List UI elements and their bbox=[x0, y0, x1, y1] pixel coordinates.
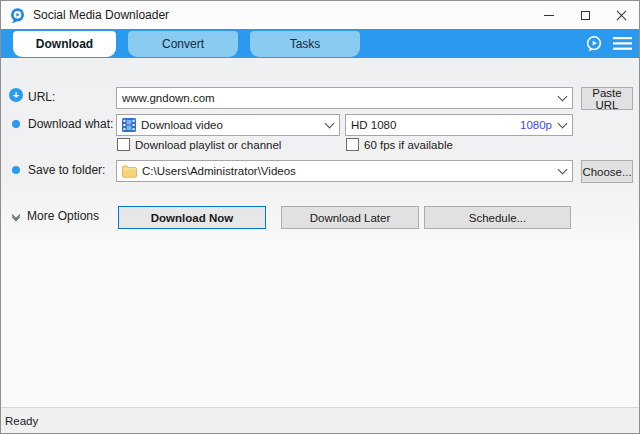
quality-dropdown[interactable]: HD 1080 1080p bbox=[345, 114, 573, 136]
url-label: URL: bbox=[28, 90, 55, 104]
tabbar-icons bbox=[584, 29, 632, 58]
save-folder-label: Save to folder: bbox=[28, 163, 105, 177]
url-input[interactable] bbox=[122, 92, 554, 104]
schedule-button[interactable]: Schedule... bbox=[424, 206, 571, 229]
hamburger-menu-icon[interactable] bbox=[613, 36, 632, 51]
format-dropdown[interactable]: Download video bbox=[116, 114, 340, 136]
maximize-button[interactable] bbox=[567, 1, 603, 29]
feedback-chat-play-icon[interactable] bbox=[584, 34, 604, 54]
bullet-dot-icon bbox=[12, 166, 20, 174]
more-options-label: More Options bbox=[27, 209, 99, 223]
window-controls bbox=[531, 1, 639, 29]
chevron-down-icon[interactable] bbox=[554, 161, 570, 181]
app-logo-icon bbox=[9, 7, 26, 24]
double-chevron-down-icon bbox=[11, 212, 21, 220]
chevron-down-icon[interactable] bbox=[554, 88, 570, 108]
tab-bar: Download Convert Tasks bbox=[1, 29, 639, 58]
minimize-button[interactable] bbox=[531, 1, 567, 29]
paste-url-button[interactable]: Paste URL bbox=[581, 87, 633, 110]
fps-checkbox-row: 60 fps if available bbox=[346, 138, 453, 151]
quality-selected-value: HD 1080 bbox=[351, 119, 520, 131]
window-title: Social Media Downloader bbox=[33, 8, 169, 22]
chevron-down-icon[interactable] bbox=[554, 115, 570, 135]
playlist-checkbox-row: Download playlist or channel bbox=[117, 138, 281, 151]
quality-tag: 1080p bbox=[520, 119, 552, 131]
tab-tasks[interactable]: Tasks bbox=[250, 31, 360, 57]
titlebar: Social Media Downloader bbox=[1, 1, 639, 29]
format-selected-value: Download video bbox=[141, 119, 321, 131]
fps-checkbox-label: 60 fps if available bbox=[364, 139, 453, 151]
tab-download[interactable]: Download bbox=[13, 31, 116, 57]
download-now-button[interactable]: Download Now bbox=[118, 206, 266, 229]
more-options-toggle[interactable]: More Options bbox=[11, 209, 99, 223]
film-strip-icon bbox=[122, 118, 136, 132]
url-combobox[interactable] bbox=[116, 87, 573, 109]
playlist-checkbox-label: Download playlist or channel bbox=[135, 139, 281, 151]
folder-icon bbox=[122, 165, 137, 178]
minimize-icon bbox=[544, 15, 554, 16]
app-window: Social Media Downloader Download Convert… bbox=[0, 0, 640, 434]
save-folder-input[interactable] bbox=[142, 165, 554, 177]
close-button[interactable] bbox=[603, 1, 639, 29]
plus-circle-icon: + bbox=[9, 88, 23, 102]
maximize-icon bbox=[581, 11, 590, 20]
status-bar: Ready bbox=[1, 407, 639, 433]
tab-convert[interactable]: Convert bbox=[128, 31, 238, 57]
download-later-button[interactable]: Download Later bbox=[281, 206, 419, 229]
choose-folder-button[interactable]: Choose... bbox=[581, 160, 633, 183]
close-icon bbox=[616, 10, 627, 21]
fps-checkbox[interactable] bbox=[346, 138, 359, 151]
chevron-down-icon[interactable] bbox=[321, 115, 337, 135]
download-what-label: Download what: bbox=[28, 117, 113, 131]
status-text: Ready bbox=[5, 415, 38, 427]
save-folder-combobox[interactable] bbox=[116, 160, 573, 182]
playlist-checkbox[interactable] bbox=[117, 138, 130, 151]
download-panel: + URL: Paste URL Download what: Download… bbox=[1, 58, 639, 407]
bullet-dot-icon bbox=[12, 120, 20, 128]
